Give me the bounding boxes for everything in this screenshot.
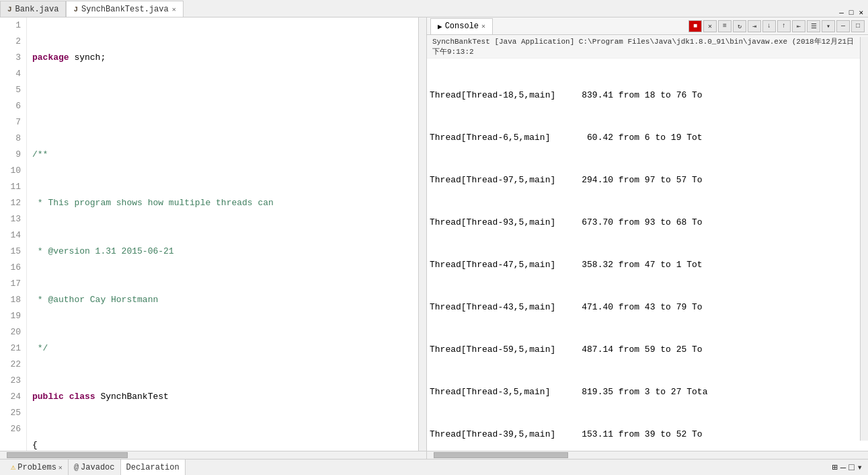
editor-scrollbar-v[interactable]: [418, 17, 426, 451]
code-line: */: [32, 340, 413, 357]
status-tab-declaration[interactable]: Declaration: [121, 460, 186, 476]
code-area[interactable]: package synch; /** * This program shows …: [27, 17, 418, 451]
status-icon-4[interactable]: ▾: [857, 462, 863, 473]
status-icon-3[interactable]: □: [849, 462, 854, 473]
console-btn-5[interactable]: ⇥: [748, 20, 761, 32]
tab-synchbanktest-java[interactable]: J SynchBankTest.java ✕: [66, 1, 183, 17]
status-tab-problems[interactable]: ⚠ Problems ✕: [5, 460, 69, 476]
code-line: package synch;: [32, 50, 413, 66]
status-tab-javadoc[interactable]: @ Javadoc: [69, 460, 121, 476]
console-scrollbar-h[interactable]: [427, 451, 868, 459]
status-tabs: ⚠ Problems ✕ @ Javadoc Declaration: [5, 460, 186, 476]
console-icon: ▶: [438, 22, 442, 31]
console-btn-9[interactable]: ☰: [807, 20, 820, 32]
console-btn-4[interactable]: ↻: [733, 20, 746, 32]
console-toolbar-buttons: ■ ✕ ≡ ↻ ⇥ ↓ ↑ ⇤ ☰ ▾ — □: [688, 20, 865, 32]
status-right: ⊞ — □ ▾: [832, 462, 863, 473]
console-line: Thread[Thread-43,5,main] 471.40 from 43 …: [430, 300, 865, 314]
console-btn-7[interactable]: ↑: [777, 20, 791, 32]
line-numbers: 1 2 3 4 5 6 7 8 9 10 11 12 13 14 15 16 1…: [0, 17, 27, 451]
console-btn-10[interactable]: ▾: [822, 20, 835, 32]
java-icon: J: [7, 5, 12, 13]
status-icon-2[interactable]: —: [840, 462, 846, 473]
console-btn-2[interactable]: ✕: [703, 20, 717, 32]
editor-panel: 1 2 3 4 5 6 7 8 9 10 11 12 13 14 15 16 1…: [0, 17, 427, 459]
minimize-console[interactable]: —: [836, 20, 850, 32]
status-icon-1[interactable]: ⊞: [832, 462, 837, 473]
code-line: * @version 1.31 2015-06-21: [32, 244, 413, 260]
console-tab-close[interactable]: ✕: [481, 22, 485, 30]
console-line: Thread[Thread-6,5,main] 60.42 from 6 to …: [430, 131, 865, 145]
status-bar: ⚠ Problems ✕ @ Javadoc Declaration ⊞ — □…: [0, 459, 868, 475]
code-line: public class SynchBankTest: [32, 389, 413, 405]
stop-button[interactable]: ■: [688, 20, 702, 32]
tab-bank-java[interactable]: J Bank.java: [0, 1, 66, 17]
code-line: * This program shows how multiple thread…: [32, 195, 413, 211]
console-btn-6[interactable]: ↓: [762, 20, 776, 32]
console-line: Thread[Thread-93,5,main] 673.70 from 93 …: [430, 215, 865, 229]
console-toolbar: ▶ Console ✕ ■ ✕ ≡ ↻ ⇥ ↓ ↑ ⇤ ☰ ▾ — □: [427, 17, 868, 35]
console-scrollbar-v[interactable]: [860, 37, 868, 441]
console-output[interactable]: Thread[Thread-18,5,main] 839.41 from 18 …: [427, 59, 868, 451]
declaration-label: Declaration: [126, 463, 180, 472]
problems-icon: ⚠: [11, 462, 15, 472]
console-line: Thread[Thread-18,5,main] 839.41 from 18 …: [430, 88, 865, 102]
code-line: /**: [32, 147, 413, 163]
close-icon[interactable]: ✕: [172, 5, 176, 13]
console-tab[interactable]: ▶ Console ✕: [430, 18, 493, 34]
code-line: * @author Cay Horstmann: [32, 292, 413, 308]
main-area: 1 2 3 4 5 6 7 8 9 10 11 12 13 14 15 16 1…: [0, 17, 868, 459]
tab-label: Bank.java: [15, 5, 59, 14]
maximize-console[interactable]: □: [851, 20, 865, 32]
code-line: {: [32, 437, 413, 451]
console-path: SynchBankTest [Java Application] C:\Prog…: [427, 35, 868, 59]
console-btn-3[interactable]: ≡: [718, 20, 732, 32]
console-tab-label: Console: [445, 22, 479, 31]
console-line: Thread[Thread-59,5,main] 487.14 from 59 …: [430, 342, 865, 357]
problems-label: Problems: [17, 463, 56, 472]
code-line: [32, 98, 413, 114]
java-icon: J: [73, 5, 78, 13]
console-line: Thread[Thread-47,5,main] 358.32 from 47 …: [430, 258, 865, 272]
tab-bar: J Bank.java J SynchBankTest.java ✕ — □ ✕: [0, 0, 868, 17]
tab-minimize-icon: — □ ✕: [834, 8, 868, 17]
console-line: Thread[Thread-3,5,main] 819.35 from 3 to…: [430, 385, 865, 399]
editor-scrollbar-h[interactable]: [0, 451, 426, 459]
javadoc-label: Javadoc: [81, 463, 114, 472]
console-line: Thread[Thread-39,5,main] 153.11 from 39 …: [430, 427, 865, 441]
javadoc-icon: @: [74, 463, 79, 472]
problems-close[interactable]: ✕: [58, 464, 63, 472]
console-panel: ▶ Console ✕ ■ ✕ ≡ ↻ ⇥ ↓ ↑ ⇤ ☰ ▾ — □ Sync…: [427, 17, 868, 459]
tab-label: SynchBankTest.java: [81, 5, 169, 14]
console-line: Thread[Thread-97,5,main] 294.10 from 97 …: [430, 173, 865, 187]
console-btn-8[interactable]: ⇤: [792, 20, 805, 32]
editor-content: 1 2 3 4 5 6 7 8 9 10 11 12 13 14 15 16 1…: [0, 17, 426, 451]
